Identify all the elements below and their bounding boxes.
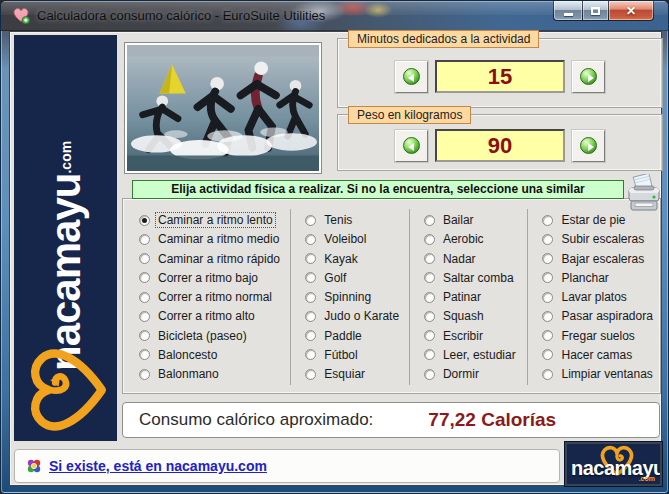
activity-option-hacer-camas[interactable]: Hacer camas [542, 346, 656, 364]
logo-brand-suffix: .com [639, 475, 655, 482]
result-value: 77,22 Calorías [428, 409, 556, 431]
activity-option-paddle[interactable]: Paddle [305, 327, 409, 345]
radio-icon [424, 330, 435, 341]
app-heart-icon [11, 6, 31, 25]
activity-option-caminar-a-ritmo-rapido[interactable]: Caminar a ritmo rápido [139, 250, 290, 268]
client-area: nacamayu.com [9, 31, 662, 486]
activity-option-label: Baloncesto [156, 348, 219, 362]
activity-option-voleibol[interactable]: Voleibol [305, 230, 409, 248]
activity-option-label: Correr a ritmo bajo [156, 271, 260, 285]
weight-decrease-button[interactable] [395, 130, 428, 162]
activity-option-label: Nadar [441, 252, 478, 266]
radio-icon [305, 311, 316, 322]
activity-option-label: Caminar a ritmo medio [156, 232, 281, 246]
maximize-button[interactable] [582, 1, 609, 21]
activity-option-label: Correr a ritmo alto [156, 309, 257, 323]
minutes-increase-button[interactable] [572, 61, 605, 93]
activity-option-pasar-aspiradora[interactable]: Pasar aspiradora [542, 307, 656, 325]
activity-option-leer-estudiar[interactable]: Leer, estudiar [424, 346, 528, 364]
activity-option-label: Voleibol [322, 232, 368, 246]
activity-option-baloncesto[interactable]: Baloncesto [139, 346, 290, 364]
activity-option-bicicleta-paseo[interactable]: Bicicleta (paseo) [139, 327, 290, 345]
radio-icon [305, 234, 316, 245]
activity-option-balonmano[interactable]: Balonmano [139, 365, 290, 383]
activity-option-label: Golf [322, 271, 348, 285]
activity-option-label: Saltar comba [441, 271, 516, 285]
radio-icon [542, 234, 553, 245]
activity-option-label: Fregar suelos [559, 329, 636, 343]
triathlon-photo-image [127, 45, 319, 171]
activity-option-label: Spinning [322, 290, 373, 304]
activity-option-dormir[interactable]: Dormir [424, 365, 528, 383]
activities-column-2: TenisVoleibolKayakGolfSpinningJudo o Kar… [290, 209, 409, 385]
close-button[interactable]: ✕ [609, 1, 654, 21]
activity-option-spinning[interactable]: Spinning [305, 288, 409, 306]
radio-icon [139, 253, 150, 264]
activity-option-label: Caminar a ritmo rápido [156, 252, 282, 266]
activity-option-bailar[interactable]: Bailar [424, 211, 528, 229]
activity-option-label: Estar de pie [559, 213, 627, 227]
print-button[interactable] [626, 174, 662, 216]
activity-option-label: Lavar platos [559, 290, 628, 304]
radio-icon [542, 292, 553, 303]
activity-option-kayak[interactable]: Kayak [305, 250, 409, 268]
activity-option-label: Bailar [441, 213, 476, 227]
radio-icon [139, 330, 150, 341]
activity-option-subir-escaleras[interactable]: Subir escaleras [542, 230, 656, 248]
activity-option-planchar[interactable]: Planchar [542, 269, 656, 287]
nacamayu-logo[interactable]: nacamayu .com [565, 442, 662, 486]
close-icon: ✕ [626, 5, 636, 17]
activity-option-correr-a-ritmo-alto[interactable]: Correr a ritmo alto [139, 307, 290, 325]
activity-option-limpiar-ventanas[interactable]: Limpiar ventanas [542, 365, 656, 383]
activity-option-golf[interactable]: Golf [305, 269, 409, 287]
radio-icon [424, 311, 435, 322]
activity-option-label: Leer, estudiar [441, 348, 518, 362]
activity-option-label: Squash [441, 309, 486, 323]
activity-option-caminar-a-ritmo-medio[interactable]: Caminar a ritmo medio [139, 230, 290, 248]
activity-option-futbol[interactable]: Fútbol [305, 346, 409, 364]
minimize-button[interactable] [553, 1, 582, 21]
radio-icon [424, 215, 435, 226]
activity-option-escribir[interactable]: Escribir [424, 327, 528, 345]
minutes-value-field[interactable] [435, 60, 565, 93]
minutes-decrease-button[interactable] [395, 61, 428, 93]
radio-icon [139, 234, 150, 245]
activity-option-lavar-platos[interactable]: Lavar platos [542, 288, 656, 306]
radio-icon [542, 253, 553, 264]
activity-option-squash[interactable]: Squash [424, 307, 528, 325]
radio-icon [542, 215, 553, 226]
activity-option-label: Escribir [441, 329, 485, 343]
activities-column-3: BailarAerobicNadarSaltar combaPatinarSqu… [409, 209, 528, 385]
radio-icon [139, 349, 150, 360]
activity-option-label: Judo o Karate [322, 309, 401, 323]
activity-option-saltar-comba[interactable]: Saltar comba [424, 269, 528, 287]
increase-arrow-icon [580, 68, 597, 85]
radio-icon [305, 215, 316, 226]
activity-option-tenis[interactable]: Tenis [305, 211, 409, 229]
radio-icon [139, 369, 150, 380]
increase-arrow-icon [580, 137, 597, 154]
activity-option-judo-o-karate[interactable]: Judo o Karate [305, 307, 409, 325]
activity-option-correr-a-ritmo-normal[interactable]: Correr a ritmo normal [139, 288, 290, 306]
activities-group: Caminar a ritmo lentoCaminar a ritmo med… [122, 198, 661, 394]
activity-option-fregar-suelos[interactable]: Fregar suelos [542, 327, 656, 345]
caption-buttons: ✕ [553, 1, 654, 21]
activity-option-label: Dormir [441, 367, 481, 381]
activity-option-nadar[interactable]: Nadar [424, 250, 528, 268]
radio-icon [305, 253, 316, 264]
radio-icon [542, 369, 553, 380]
nacamayu-link[interactable]: Si existe, está en nacamayu.com [49, 458, 267, 474]
activity-option-label: Aerobic [441, 232, 486, 246]
activity-option-bajar-escaleras[interactable]: Bajar escaleras [542, 250, 656, 268]
activity-option-correr-a-ritmo-bajo[interactable]: Correr a ritmo bajo [139, 269, 290, 287]
weight-value-field[interactable] [435, 129, 565, 162]
weight-increase-button[interactable] [572, 130, 605, 162]
activity-option-caminar-a-ritmo-lento[interactable]: Caminar a ritmo lento [139, 211, 290, 229]
weight-spinner [338, 129, 662, 162]
radio-icon [139, 272, 150, 283]
activity-option-aerobic[interactable]: Aerobic [424, 230, 528, 248]
activity-option-patinar[interactable]: Patinar [424, 288, 528, 306]
radio-icon [305, 330, 316, 341]
activity-option-esquiar[interactable]: Esquiar [305, 365, 409, 383]
radio-icon [542, 272, 553, 283]
